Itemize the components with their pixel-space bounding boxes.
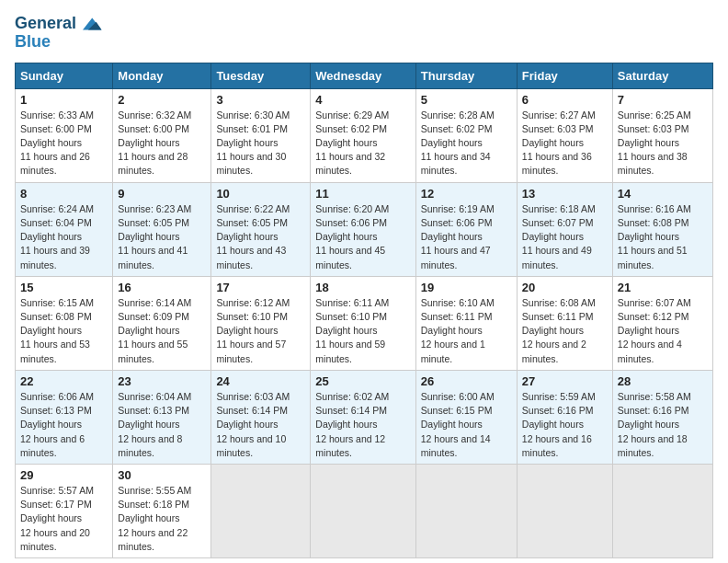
- day-number: 1: [20, 93, 108, 107]
- col-header-wednesday: Wednesday: [311, 63, 415, 88]
- day-info: Sunrise: 6:07 AMSunset: 6:12 PMDaylight …: [618, 297, 691, 364]
- logo-line1: General: [15, 15, 103, 33]
- table-row: 18 Sunrise: 6:11 AMSunset: 6:10 PMDaylig…: [311, 276, 415, 370]
- table-row: 12 Sunrise: 6:19 AMSunset: 6:06 PMDaylig…: [415, 182, 517, 276]
- day-info: Sunrise: 6:23 AMSunset: 6:05 PMDaylight …: [118, 203, 191, 270]
- table-row: 24 Sunrise: 6:03 AMSunset: 6:14 PMDaylig…: [211, 370, 311, 464]
- table-row: [612, 464, 712, 557]
- day-info: Sunrise: 6:19 AMSunset: 6:06 PMDaylight …: [421, 203, 495, 270]
- day-number: 14: [618, 187, 708, 201]
- day-info: Sunrise: 6:06 AMSunset: 6:13 PMDaylight …: [20, 391, 94, 458]
- calendar-table: SundayMondayTuesdayWednesdayThursdayFrid…: [15, 63, 713, 558]
- table-row: 9 Sunrise: 6:23 AMSunset: 6:05 PMDayligh…: [113, 182, 211, 276]
- day-number: 27: [522, 374, 608, 388]
- day-info: Sunrise: 6:00 AMSunset: 6:15 PMDaylight …: [421, 391, 495, 458]
- table-row: 4 Sunrise: 6:29 AMSunset: 6:02 PMDayligh…: [311, 88, 415, 182]
- day-info: Sunrise: 5:59 AMSunset: 6:16 PMDaylight …: [522, 391, 596, 458]
- day-info: Sunrise: 6:32 AMSunset: 6:00 PMDaylight …: [118, 109, 191, 177]
- day-info: Sunrise: 6:22 AMSunset: 6:05 PMDaylight …: [216, 203, 290, 270]
- day-info: Sunrise: 6:18 AMSunset: 6:07 PMDaylight …: [522, 203, 596, 270]
- day-number: 18: [315, 281, 410, 294]
- day-number: 17: [216, 281, 305, 294]
- day-number: 22: [20, 374, 108, 388]
- col-header-tuesday: Tuesday: [211, 63, 311, 88]
- day-number: 26: [421, 374, 512, 388]
- table-row: 11 Sunrise: 6:20 AMSunset: 6:06 PMDaylig…: [311, 182, 415, 276]
- day-number: 7: [618, 93, 708, 107]
- day-number: 4: [315, 93, 410, 107]
- day-number: 3: [216, 93, 305, 107]
- day-info: Sunrise: 6:04 AMSunset: 6:13 PMDaylight …: [118, 391, 191, 458]
- col-header-thursday: Thursday: [415, 63, 517, 88]
- table-row: 6 Sunrise: 6:27 AMSunset: 6:03 PMDayligh…: [517, 88, 612, 182]
- table-row: 29 Sunrise: 5:57 AMSunset: 6:17 PMDaylig…: [16, 464, 113, 557]
- day-number: 9: [118, 187, 206, 201]
- col-header-sunday: Sunday: [16, 63, 113, 88]
- day-number: 23: [118, 374, 206, 388]
- table-row: 26 Sunrise: 6:00 AMSunset: 6:15 PMDaylig…: [415, 370, 517, 464]
- day-number: 21: [618, 281, 708, 294]
- day-number: 8: [20, 187, 108, 201]
- table-row: 23 Sunrise: 6:04 AMSunset: 6:13 PMDaylig…: [113, 370, 211, 464]
- table-row: 3 Sunrise: 6:30 AMSunset: 6:01 PMDayligh…: [211, 88, 311, 182]
- day-info: Sunrise: 5:57 AMSunset: 6:17 PMDaylight …: [20, 485, 94, 552]
- day-info: Sunrise: 5:58 AMSunset: 6:16 PMDaylight …: [618, 391, 691, 458]
- day-info: Sunrise: 6:29 AMSunset: 6:02 PMDaylight …: [315, 109, 389, 177]
- table-row: 5 Sunrise: 6:28 AMSunset: 6:02 PMDayligh…: [415, 88, 517, 182]
- table-row: 21 Sunrise: 6:07 AMSunset: 6:12 PMDaylig…: [612, 276, 712, 370]
- table-row: 10 Sunrise: 6:22 AMSunset: 6:05 PMDaylig…: [211, 182, 311, 276]
- table-row: 25 Sunrise: 6:02 AMSunset: 6:14 PMDaylig…: [311, 370, 415, 464]
- table-row: 19 Sunrise: 6:10 AMSunset: 6:11 PMDaylig…: [415, 276, 517, 370]
- day-info: Sunrise: 6:08 AMSunset: 6:11 PMDaylight …: [522, 297, 596, 364]
- day-info: Sunrise: 6:25 AMSunset: 6:03 PMDaylight …: [618, 109, 691, 177]
- table-row: 7 Sunrise: 6:25 AMSunset: 6:03 PMDayligh…: [612, 88, 712, 182]
- logo: General Blue: [15, 15, 103, 52]
- day-info: Sunrise: 6:20 AMSunset: 6:06 PMDaylight …: [315, 203, 389, 270]
- day-info: Sunrise: 6:33 AMSunset: 6:00 PMDaylight …: [20, 109, 94, 177]
- day-number: 25: [315, 374, 410, 388]
- table-row: 17 Sunrise: 6:12 AMSunset: 6:10 PMDaylig…: [211, 276, 311, 370]
- logo-line2: Blue: [15, 33, 103, 52]
- table-row: 27 Sunrise: 5:59 AMSunset: 6:16 PMDaylig…: [517, 370, 612, 464]
- day-number: 6: [522, 93, 608, 107]
- day-info: Sunrise: 6:30 AMSunset: 6:01 PMDaylight …: [216, 109, 290, 177]
- table-row: 2 Sunrise: 6:32 AMSunset: 6:00 PMDayligh…: [113, 88, 211, 182]
- table-row: [211, 464, 311, 557]
- day-number: 28: [618, 374, 708, 388]
- day-number: 30: [118, 468, 206, 482]
- day-info: Sunrise: 6:11 AMSunset: 6:10 PMDaylight …: [315, 297, 389, 364]
- table-row: 1 Sunrise: 6:33 AMSunset: 6:00 PMDayligh…: [16, 88, 113, 182]
- table-row: 28 Sunrise: 5:58 AMSunset: 6:16 PMDaylig…: [612, 370, 712, 464]
- day-info: Sunrise: 6:02 AMSunset: 6:14 PMDaylight …: [315, 391, 389, 458]
- day-info: Sunrise: 6:24 AMSunset: 6:04 PMDaylight …: [20, 203, 94, 270]
- table-row: [311, 464, 415, 557]
- day-info: Sunrise: 6:16 AMSunset: 6:08 PMDaylight …: [618, 203, 691, 270]
- day-number: 12: [421, 187, 512, 201]
- table-row: 14 Sunrise: 6:16 AMSunset: 6:08 PMDaylig…: [612, 182, 712, 276]
- day-info: Sunrise: 6:27 AMSunset: 6:03 PMDaylight …: [522, 109, 596, 177]
- table-row: 8 Sunrise: 6:24 AMSunset: 6:04 PMDayligh…: [16, 182, 113, 276]
- day-info: Sunrise: 6:03 AMSunset: 6:14 PMDaylight …: [216, 391, 290, 458]
- day-info: Sunrise: 6:10 AMSunset: 6:11 PMDaylight …: [421, 297, 495, 364]
- day-number: 13: [522, 187, 608, 201]
- day-number: 2: [118, 93, 206, 107]
- day-number: 16: [118, 281, 206, 294]
- day-number: 5: [421, 93, 512, 107]
- day-number: 20: [522, 281, 608, 294]
- col-header-saturday: Saturday: [612, 63, 712, 88]
- table-row: [415, 464, 517, 557]
- table-row: [517, 464, 612, 557]
- day-info: Sunrise: 6:28 AMSunset: 6:02 PMDaylight …: [421, 109, 495, 177]
- day-info: Sunrise: 6:14 AMSunset: 6:09 PMDaylight …: [118, 297, 191, 364]
- table-row: 16 Sunrise: 6:14 AMSunset: 6:09 PMDaylig…: [113, 276, 211, 370]
- table-row: 20 Sunrise: 6:08 AMSunset: 6:11 PMDaylig…: [517, 276, 612, 370]
- table-row: 22 Sunrise: 6:06 AMSunset: 6:13 PMDaylig…: [16, 370, 113, 464]
- day-number: 29: [20, 468, 108, 482]
- table-row: 13 Sunrise: 6:18 AMSunset: 6:07 PMDaylig…: [517, 182, 612, 276]
- day-number: 10: [216, 187, 305, 201]
- day-number: 19: [421, 281, 512, 294]
- day-info: Sunrise: 5:55 AMSunset: 6:18 PMDaylight …: [118, 485, 191, 552]
- day-number: 15: [20, 281, 108, 294]
- table-row: 15 Sunrise: 6:15 AMSunset: 6:08 PMDaylig…: [16, 276, 113, 370]
- day-info: Sunrise: 6:12 AMSunset: 6:10 PMDaylight …: [216, 297, 290, 364]
